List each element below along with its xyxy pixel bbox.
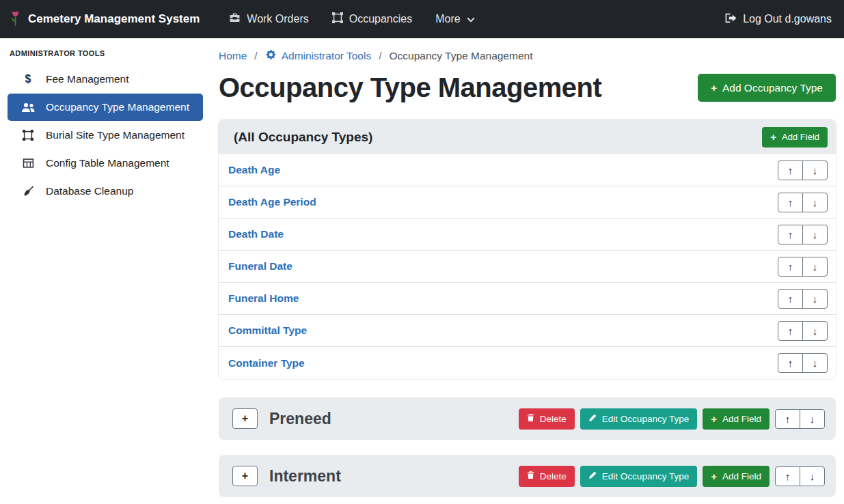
- add-occupancy-type-label: Add Occupancy Type: [722, 82, 823, 94]
- edit-occupancy-type-button[interactable]: Edit Occupancy Type: [580, 466, 697, 487]
- field-link[interactable]: Committal Type: [228, 324, 307, 337]
- field-link[interactable]: Death Age: [228, 164, 280, 176]
- arrow-down-icon: ↓: [810, 471, 815, 482]
- move-up-button[interactable]: ↑: [778, 321, 803, 341]
- table-icon: [21, 158, 36, 169]
- occupancy-type-section-interment: + Interment Delete Edit Occupancy Type +…: [219, 455, 836, 497]
- plus-icon: +: [711, 83, 717, 93]
- add-field-button[interactable]: + Add Field: [762, 127, 828, 148]
- move-down-button[interactable]: ↓: [802, 353, 828, 373]
- all-types-card-header: (All Occupancy Types) + Add Field: [219, 120, 836, 154]
- logout-icon: [725, 13, 737, 26]
- delete-button[interactable]: Delete: [519, 408, 575, 430]
- sidebar-item-occupancy-type-management[interactable]: Occupancy Type Management: [8, 94, 203, 121]
- reorder-group: ↑ ↓: [778, 289, 828, 309]
- move-up-button[interactable]: ↑: [778, 225, 803, 244]
- page-title: Occupancy Type Management: [219, 72, 601, 103]
- breadcrumb-admin-label: Administrator Tools: [282, 50, 372, 62]
- sidebar-item-config-table-management[interactable]: Config Table Management: [8, 150, 203, 177]
- move-down-button[interactable]: ↓: [800, 466, 825, 486]
- expand-section-button[interactable]: +: [232, 466, 258, 486]
- move-down-button[interactable]: ↓: [802, 160, 828, 180]
- reorder-group: ↑ ↓: [778, 160, 828, 180]
- main-content: Home / Administrator Tools / Occupancy T…: [210, 38, 844, 504]
- pencil-icon: [588, 414, 597, 424]
- users-icon: [21, 102, 36, 113]
- sidebar-item-database-cleanup[interactable]: Database Cleanup: [8, 178, 203, 205]
- arrow-down-icon: ↓: [813, 197, 818, 208]
- breadcrumb-home-link[interactable]: Home: [219, 50, 247, 62]
- sidebar-item-label: Burial Site Type Management: [46, 129, 185, 141]
- sidebar-heading: ADMINISTRATOR TOOLS: [0, 41, 210, 66]
- move-up-button[interactable]: ↑: [775, 409, 800, 429]
- section-title: Interment: [269, 467, 341, 486]
- plus-icon: +: [242, 412, 248, 425]
- sidebar-item-label: Fee Management: [46, 73, 129, 85]
- field-link[interactable]: Funeral Home: [228, 292, 299, 305]
- sidebar-item-label: Config Table Management: [46, 157, 169, 169]
- top-navbar: Cemetery Management System Work Orders O…: [0, 0, 844, 38]
- delete-label: Delete: [540, 471, 567, 481]
- field-row: Container Type ↑ ↓: [219, 347, 836, 379]
- arrow-down-icon: ↓: [813, 229, 818, 240]
- move-up-button[interactable]: ↑: [778, 289, 803, 309]
- nav-links: Work Orders Occupancies More: [217, 0, 486, 38]
- all-types-title: (All Occupancy Types): [234, 130, 372, 145]
- arrow-down-icon: ↓: [813, 357, 818, 369]
- move-up-button[interactable]: ↑: [778, 160, 803, 180]
- section-actions: Delete Edit Occupancy Type + Add Field ↑…: [519, 466, 825, 487]
- reorder-group: ↑ ↓: [778, 257, 828, 277]
- delete-button[interactable]: Delete: [519, 466, 575, 487]
- arrow-down-icon: ↓: [810, 413, 815, 425]
- reorder-group: ↑ ↓: [778, 193, 828, 212]
- app-brand[interactable]: Cemetery Management System: [10, 9, 200, 30]
- edit-label: Edit Occupancy Type: [602, 471, 689, 481]
- app-title: Cemetery Management System: [28, 12, 200, 26]
- expand-section-button[interactable]: +: [232, 408, 258, 429]
- field-link[interactable]: Funeral Date: [228, 260, 292, 272]
- nav-item-work-orders[interactable]: Work Orders: [217, 0, 320, 38]
- edit-occupancy-type-button[interactable]: Edit Occupancy Type: [580, 408, 697, 430]
- add-field-button[interactable]: + Add Field: [703, 466, 770, 487]
- edit-label: Edit Occupancy Type: [602, 414, 689, 424]
- nav-item-occupancies[interactable]: Occupancies: [321, 0, 424, 38]
- move-up-button[interactable]: ↑: [778, 353, 803, 373]
- add-field-label: Add Field: [722, 471, 761, 481]
- sidebar-item-burial-site-type-management[interactable]: Burial Site Type Management: [8, 122, 203, 149]
- move-down-button[interactable]: ↓: [802, 225, 828, 244]
- move-up-button[interactable]: ↑: [778, 257, 803, 277]
- field-link[interactable]: Container Type: [228, 357, 305, 369]
- breadcrumb-admin-tools-link[interactable]: Administrator Tools: [265, 49, 372, 63]
- sidebar-item-fee-management[interactable]: $ Fee Management: [8, 66, 203, 93]
- arrow-up-icon: ↑: [788, 293, 793, 305]
- field-link[interactable]: Death Date: [228, 228, 284, 240]
- all-occupancy-types-card: (All Occupancy Types) + Add Field Death …: [219, 120, 836, 379]
- reorder-group: ↑ ↓: [775, 466, 825, 486]
- add-field-label: Add Field: [782, 132, 819, 142]
- logout-button[interactable]: Log Out d.gowans: [722, 13, 834, 26]
- field-link[interactable]: Death Age Period: [228, 196, 316, 208]
- field-row: Committal Type ↑ ↓: [219, 315, 836, 347]
- move-up-button[interactable]: ↑: [778, 193, 803, 212]
- move-down-button[interactable]: ↓: [800, 409, 825, 429]
- occupancy-type-section-preneed: + Preneed Delete Edit Occupancy Type + A…: [219, 397, 836, 440]
- arrow-down-icon: ↓: [813, 325, 818, 337]
- reorder-group: ↑ ↓: [778, 321, 828, 341]
- reorder-group: ↑ ↓: [778, 225, 828, 244]
- move-down-button[interactable]: ↓: [802, 289, 828, 309]
- move-down-button[interactable]: ↓: [802, 193, 828, 212]
- move-down-button[interactable]: ↓: [802, 321, 828, 341]
- breadcrumb-separator: /: [379, 50, 381, 62]
- field-row: Death Age Period ↑ ↓: [219, 186, 836, 219]
- move-up-button[interactable]: ↑: [775, 466, 800, 486]
- trash-icon: [527, 471, 534, 481]
- section-actions: Delete Edit Occupancy Type + Add Field ↑…: [519, 408, 825, 430]
- add-field-button[interactable]: + Add Field: [703, 408, 770, 430]
- breadcrumb-separator: /: [254, 50, 257, 62]
- add-occupancy-type-button[interactable]: + Add Occupancy Type: [698, 74, 836, 102]
- nav-item-more[interactable]: More: [424, 0, 486, 38]
- plus-icon: +: [770, 132, 776, 142]
- move-down-button[interactable]: ↓: [802, 257, 828, 277]
- admin-sidebar: ADMINISTRATOR TOOLS $ Fee Management Occ…: [0, 38, 210, 504]
- sidebar-item-label: Occupancy Type Management: [46, 101, 189, 113]
